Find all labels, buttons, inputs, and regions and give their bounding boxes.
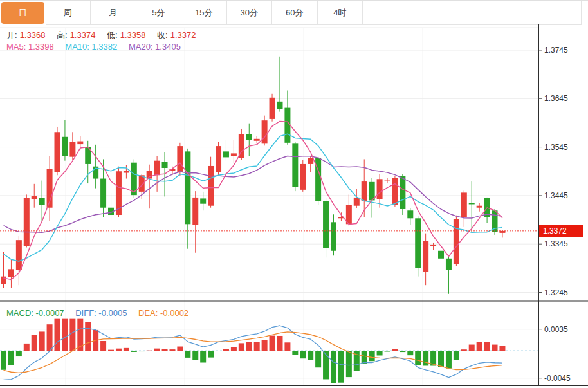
tab-4hour-label: 4时 — [333, 7, 346, 19]
price-tick-label: 1.3545 — [544, 143, 568, 152]
tab-week[interactable]: 周 — [46, 1, 91, 25]
last-price-tag: 1.3372 — [539, 225, 583, 237]
trading-chart-app: 日 周 月 5分 15分 30分 60分 4时 1.37451.36451.35… — [0, 0, 588, 388]
price-tick-label: 1.3445 — [544, 191, 568, 200]
candles-group — [1, 57, 505, 294]
price-tick-label: 1.3345 — [544, 239, 568, 248]
timeframe-tabbar: 日 周 月 5分 15分 30分 60分 4时 — [0, 0, 588, 24]
tab-5min-label: 5分 — [152, 7, 165, 19]
price-tick-label: 1.3645 — [544, 94, 568, 103]
tab-day[interactable]: 日 — [1, 2, 44, 24]
tab-60min[interactable]: 60分 — [272, 1, 318, 25]
tab-4hour[interactable]: 4时 — [318, 1, 363, 25]
tab-15min-label: 15分 — [195, 7, 212, 19]
price-tick-label: 1.3745 — [544, 46, 568, 55]
macd-tick-label: -0.0045 — [544, 374, 571, 383]
chart-area: 1.37451.36451.35451.34451.33451.32450.00… — [0, 24, 588, 388]
ma20-line — [4, 156, 502, 232]
tab-5min[interactable]: 5分 — [136, 1, 182, 25]
tab-week-label: 周 — [64, 7, 72, 19]
macd-tick-label: 0.0035 — [544, 325, 568, 334]
tab-day-label: 日 — [19, 7, 27, 19]
price-tick-label: 1.3245 — [544, 288, 568, 297]
tab-60min-label: 60分 — [286, 7, 303, 19]
price-pane — [0, 57, 538, 294]
tab-month[interactable]: 月 — [91, 1, 136, 25]
tab-15min[interactable]: 15分 — [181, 1, 227, 25]
tab-30min[interactable]: 30分 — [227, 1, 273, 25]
tab-30min-label: 30分 — [241, 7, 258, 19]
chart-svg[interactable]: 1.37451.36451.35451.34451.33451.32450.00… — [0, 24, 588, 388]
svg-text:1.3372: 1.3372 — [543, 226, 567, 236]
tab-month-label: 月 — [109, 7, 117, 19]
tabbar-filler — [363, 1, 582, 25]
